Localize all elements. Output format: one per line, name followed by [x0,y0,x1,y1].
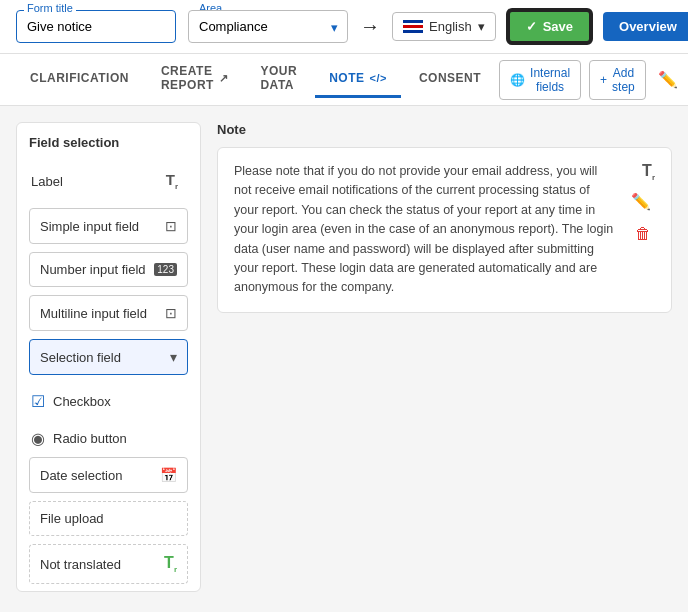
internal-fields-button[interactable]: 🌐 Internal fields [499,60,581,100]
form-title-group: Form title [16,10,176,43]
translate-icon: Tr [164,554,177,574]
file-upload-field-name: File upload [40,511,104,526]
field-item-date[interactable]: Date selection 📅 [29,457,188,493]
field-item-selection[interactable]: Selection field ▾ [29,339,188,375]
note-edit-button[interactable]: ✏️ [627,188,655,215]
label-field-name: Label [31,174,63,189]
add-step-label: Add step [612,66,635,94]
tab-clarification[interactable]: CLARIFICATION [16,61,143,98]
number-icon: 123 [154,263,177,276]
input-icon: ⊡ [165,218,177,234]
multiline-icon: ⊡ [165,305,177,321]
note-text: Please note that if you do not provide y… [234,162,617,298]
field-item-radio[interactable]: ◉ Radio button [29,420,188,457]
number-input-field-name: Number input field [40,262,146,277]
code-icon: </> [369,72,386,84]
field-selection-panel: Field selection Label Tr Simple input fi… [16,122,201,592]
date-field-name: Date selection [40,468,122,483]
radio-icon: ◉ [31,429,45,448]
field-selection-title: Field selection [29,135,188,150]
arrow-indicator: → [360,15,380,38]
internal-fields-label: Internal fields [530,66,570,94]
save-label: Save [543,19,573,34]
field-item-not-translated[interactable]: Not translated Tr [29,544,188,584]
field-item-number-input[interactable]: Number input field 123 [29,252,188,287]
chevron-icon: ▾ [170,349,177,365]
tab-note[interactable]: NOTE </> [315,61,401,98]
external-link-icon: ↗ [219,72,229,85]
area-select-wrapper: Compliance [188,10,348,43]
radio-field-name: Radio button [53,431,127,446]
form-title-input[interactable] [16,10,176,43]
tab-create-report[interactable]: CREATE REPORT ↗ [147,54,243,105]
selection-field-name: Selection field [40,350,121,365]
checkbox-field-name: Checkbox [53,394,111,409]
note-card: Please note that if you do not provide y… [217,147,672,313]
overview-label: Overview [619,19,677,34]
tab-bar: CLARIFICATION CREATE REPORT ↗ YOUR DATA … [0,54,688,106]
language-selector[interactable]: English ▾ [392,12,496,41]
svg-rect-2 [403,25,423,28]
edit-button[interactable]: ✏️ [654,66,682,93]
field-item-file-upload[interactable]: File upload [29,501,188,536]
main-content: Field selection Label Tr Simple input fi… [0,106,688,608]
note-delete-button[interactable]: 🗑 [631,221,655,247]
tab-consent[interactable]: CONSENT [405,61,495,98]
save-check-icon: ✓ [526,19,537,34]
language-label: English [429,19,472,34]
pencil-icon: ✏️ [658,71,678,88]
not-translated-field-name: Not translated [40,557,121,572]
field-item-multiline[interactable]: Multiline input field ⊡ [29,295,188,331]
tab-actions: 🌐 Internal fields + Add step ✏️ 🗑 [499,60,688,100]
note-actions: Tr ✏️ 🗑 [627,162,655,298]
globe-icon: 🌐 [510,73,525,87]
multiline-field-name: Multiline input field [40,306,147,321]
field-item-checkbox[interactable]: ☑ Checkbox [29,383,188,420]
add-step-button[interactable]: + Add step [589,60,646,100]
calendar-icon: 📅 [160,467,177,483]
text-format-icon: Tr [166,171,178,191]
note-panel: Note Please note that if you do not prov… [217,122,672,592]
tab-your-data[interactable]: YOUR DATA [246,54,311,105]
simple-input-field-name: Simple input field [40,219,139,234]
top-bar: Form title Area Compliance → English ▾ ✓… [0,0,688,54]
plus-icon: + [600,73,607,87]
flag-icon [403,20,423,33]
note-text-format-icon: Tr [642,162,655,182]
language-chevron-icon: ▾ [478,19,485,34]
field-item-simple-input[interactable]: Simple input field ⊡ [29,208,188,244]
save-button[interactable]: ✓ Save [508,10,591,43]
area-select[interactable]: Compliance [188,10,348,43]
area-group: Area Compliance [188,10,348,43]
form-title-label: Form title [24,2,76,14]
note-title: Note [217,122,672,137]
checkbox-icon: ☑ [31,392,45,411]
overview-button[interactable]: Overview [603,12,688,41]
field-item-label[interactable]: Label Tr [29,162,188,200]
